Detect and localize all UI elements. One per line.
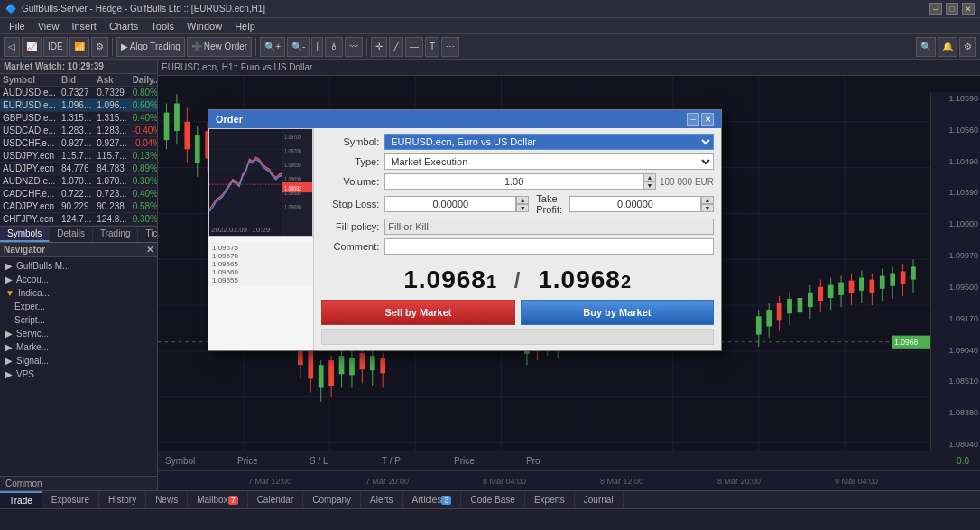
price-label-11: 1.08380 (933, 408, 978, 417)
mw-cell-bid: 90.229 (59, 200, 94, 213)
toolbar-line[interactable]: 〰 (345, 37, 363, 57)
tab-articles[interactable]: Articles 3 (403, 491, 462, 508)
market-watch-row[interactable]: CHFJPY.ecn124.7...124.8...0.30% (0, 213, 158, 226)
toolbar-settings[interactable]: ⚙ (959, 37, 976, 57)
close-order-bar[interactable] (321, 329, 714, 345)
toolbar-notifications[interactable]: 🔔 (938, 37, 957, 57)
market-watch-row[interactable]: USDCAD.e...1.283...1.283...-0.40% (0, 125, 158, 137)
tab-news[interactable]: News (146, 491, 188, 508)
toolbar-signal[interactable]: 📶 (69, 37, 89, 57)
toolbar-zoom-in[interactable]: 🔍+ (260, 37, 285, 57)
menu-tools[interactable]: Tools (145, 20, 180, 33)
toolbar: ◁ 📈 IDE 📶 ⚙ ▶ Algo Trading ➕ New Order 🔍… (0, 34, 980, 60)
nav-item-signals[interactable]: ▶ Signal... (0, 354, 157, 367)
toolbar-config[interactable]: ⚙ (91, 37, 108, 57)
market-watch-row[interactable]: AUDUSD.e...0.73270.73290.80% (0, 87, 158, 99)
app-icon: 🔷 (5, 4, 16, 14)
tp-down[interactable]: ▼ (701, 204, 714, 212)
tab-history[interactable]: History (99, 491, 146, 508)
nav-item-experts[interactable]: Exper... (0, 300, 157, 313)
symbol-select[interactable]: EURUSD.ecn, Euro vs US Dollar (384, 134, 714, 150)
fill-policy-input (384, 219, 714, 235)
toolbar-crosshair[interactable]: ✛ (371, 37, 387, 57)
volume-down[interactable]: ▼ (643, 181, 656, 190)
toolbar-new-order[interactable]: ➕ New Order (187, 37, 252, 57)
nav-item-gulfbulls[interactable]: ▶ GulfBulls M... (0, 259, 157, 273)
tab-details[interactable]: Details (50, 227, 93, 242)
buy-button[interactable]: Buy by Market (521, 300, 714, 325)
toolbar-back[interactable]: ◁ (4, 37, 20, 57)
toolbar-candle[interactable]: 🕯 (325, 37, 343, 57)
sell-button[interactable]: Sell by Market (321, 300, 514, 325)
navigator-close-icon[interactable]: ✕ (146, 245, 153, 255)
toolbar-ide[interactable]: IDE (43, 37, 68, 57)
menu-insert[interactable]: Insert (66, 20, 102, 33)
toolbar-search[interactable]: 🔍 (916, 37, 936, 57)
close-button[interactable]: ✕ (962, 3, 975, 15)
stop-loss-input[interactable] (384, 196, 516, 212)
nav-item-market[interactable]: ▶ Marke... (0, 340, 157, 354)
sl-down[interactable]: ▼ (516, 204, 529, 212)
chart-area[interactable]: EURUSD.ecn, H1:: Euro vs US Dollar (158, 60, 980, 490)
nav-item-accounts[interactable]: ▶ Accou... (0, 273, 157, 286)
dialog-close[interactable]: ✕ (701, 113, 714, 126)
nav-item-scripts[interactable]: Script... (0, 313, 157, 327)
nav-item-vps[interactable]: ▶ VPS (0, 367, 157, 381)
tab-trading[interactable]: Trading (93, 227, 139, 242)
toolbar-bar[interactable]: | (311, 37, 323, 57)
tab-journal[interactable]: Journal (575, 491, 624, 508)
nav-item-indicators[interactable]: ▼ Indica... (0, 286, 157, 300)
tab-mailbox[interactable]: Mailbox 7 (188, 491, 247, 508)
nav-expand-icon: ▼ (5, 288, 14, 298)
minimize-button[interactable]: ─ (929, 3, 942, 15)
dialog-minimize[interactable]: ─ (687, 113, 699, 126)
toolbar-hline[interactable]: — (405, 37, 423, 57)
toolbar-zoom-out[interactable]: 🔍- (287, 37, 310, 57)
menu-charts[interactable]: Charts (104, 20, 143, 33)
tab-ticks[interactable]: Ticks (138, 227, 158, 242)
toolbar-algo-trading[interactable]: ▶ Algo Trading (116, 37, 185, 57)
navigator-common-tab[interactable]: Common (0, 476, 157, 490)
comment-input[interactable] (384, 238, 714, 255)
maximize-button[interactable]: □ (946, 3, 958, 15)
market-watch-row[interactable]: USDCHF.e...0.927...0.927...-0.04% (0, 137, 158, 150)
form-row-type: Type: Market Execution (321, 153, 714, 170)
price-label-1: 1.10590 (933, 94, 978, 103)
volume-input[interactable] (384, 173, 643, 190)
type-select[interactable]: Market Execution (384, 153, 714, 170)
price-display: 1.09681 / 1.09682 (321, 258, 714, 300)
market-watch-row[interactable]: EURUSD.e...1.096...1.096...0.60% (0, 99, 158, 112)
market-watch-row[interactable]: AUDNZD.e...1.070...1.070...0.30% (0, 175, 158, 188)
tab-exposure[interactable]: Exposure (42, 491, 99, 508)
tp-spin-buttons: ▲ ▼ (701, 196, 714, 212)
trade-table-headers: Symbol Price S / L T / P Price Pro 0.0 (158, 451, 980, 470)
market-watch-row[interactable]: CADJPY.ecn90.22990.2380.58% (0, 200, 158, 213)
sl-up[interactable]: ▲ (516, 196, 529, 204)
tab-trade[interactable]: Trade (0, 491, 42, 508)
market-watch-row[interactable]: GBPUSD.e...1.315...1.315...0.40% (0, 112, 158, 125)
tab-symbols[interactable]: Symbols (0, 227, 50, 242)
menu-window[interactable]: Window (181, 20, 227, 33)
take-profit-input[interactable] (569, 196, 701, 212)
toolbar-line2[interactable]: ╱ (389, 37, 403, 57)
tab-calendar[interactable]: Calendar (248, 491, 304, 508)
tab-codebase[interactable]: Code Base (461, 491, 524, 508)
market-watch-row[interactable]: CADCHF.e...0.722...0.723...0.40% (0, 188, 158, 200)
nav-expand-icon: ▶ (5, 274, 13, 284)
toolbar-new-chart[interactable]: 📈 (22, 37, 42, 57)
mw-cell-ask: 0.927... (94, 137, 129, 150)
market-watch-row[interactable]: AUDJPY.ecn84.77684.7830.89% (0, 163, 158, 175)
volume-label: Volume: (321, 176, 384, 187)
toolbar-more[interactable]: ⋯ (441, 37, 459, 57)
tp-up[interactable]: ▲ (701, 196, 714, 204)
menu-help[interactable]: Help (229, 20, 261, 33)
market-watch-row[interactable]: USDJPY.ecn115.7...115.7...0.13% (0, 150, 158, 163)
menu-view[interactable]: View (32, 20, 65, 33)
nav-item-services[interactable]: ▶ Servic... (0, 327, 157, 340)
menu-file[interactable]: File (4, 20, 31, 33)
tab-alerts[interactable]: Alerts (361, 491, 403, 508)
volume-up[interactable]: ▲ (643, 173, 656, 181)
tab-company[interactable]: Company (303, 491, 361, 508)
toolbar-text[interactable]: T (425, 37, 439, 57)
tab-experts[interactable]: Experts (525, 491, 575, 508)
